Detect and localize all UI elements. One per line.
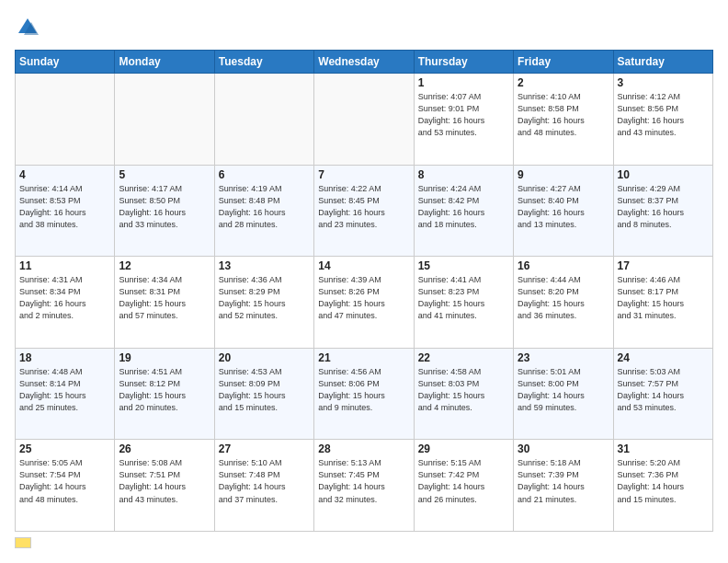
day-info: Sunrise: 4:07 AM Sunset: 9:01 PM Dayligh… [418, 91, 509, 139]
calendar-cell: 31Sunrise: 5:20 AM Sunset: 7:36 PM Dayli… [613, 440, 712, 532]
calendar-cell: 7Sunrise: 4:22 AM Sunset: 8:45 PM Daylig… [314, 165, 414, 257]
calendar-week-row: 18Sunrise: 4:48 AM Sunset: 8:14 PM Dayli… [16, 348, 713, 440]
weekday-header-row: SundayMondayTuesdayWednesdayThursdayFrid… [16, 51, 713, 74]
day-info: Sunrise: 5:15 AM Sunset: 7:42 PM Dayligh… [418, 457, 509, 505]
day-info: Sunrise: 4:27 AM Sunset: 8:40 PM Dayligh… [518, 183, 609, 231]
day-number: 8 [418, 168, 509, 181]
calendar-cell: 3Sunrise: 4:12 AM Sunset: 8:56 PM Daylig… [613, 74, 712, 166]
calendar-cell: 2Sunrise: 4:10 AM Sunset: 8:58 PM Daylig… [514, 74, 613, 166]
calendar-cell: 17Sunrise: 4:46 AM Sunset: 8:17 PM Dayli… [613, 257, 712, 349]
calendar-cell: 20Sunrise: 4:53 AM Sunset: 8:09 PM Dayli… [214, 348, 313, 440]
day-info: Sunrise: 4:46 AM Sunset: 8:17 PM Dayligh… [618, 274, 709, 322]
day-info: Sunrise: 4:31 AM Sunset: 8:34 PM Dayligh… [19, 274, 110, 322]
page: SundayMondayTuesdayWednesdayThursdayFrid… [0, 0, 728, 563]
day-number: 29 [418, 442, 509, 455]
calendar-cell [115, 74, 214, 166]
day-number: 14 [318, 259, 409, 272]
day-number: 10 [618, 168, 709, 181]
day-info: Sunrise: 4:58 AM Sunset: 8:03 PM Dayligh… [418, 366, 509, 414]
calendar-cell: 29Sunrise: 5:15 AM Sunset: 7:42 PM Dayli… [414, 440, 513, 532]
calendar-cell: 15Sunrise: 4:41 AM Sunset: 8:23 PM Dayli… [414, 257, 513, 349]
calendar-cell: 16Sunrise: 4:44 AM Sunset: 8:20 PM Dayli… [514, 257, 613, 349]
calendar-cell: 22Sunrise: 4:58 AM Sunset: 8:03 PM Dayli… [414, 348, 513, 440]
day-number: 13 [219, 259, 310, 272]
day-info: Sunrise: 4:17 AM Sunset: 8:50 PM Dayligh… [119, 183, 210, 231]
calendar-table: SundayMondayTuesdayWednesdayThursdayFrid… [15, 50, 713, 532]
calendar-cell: 9Sunrise: 4:27 AM Sunset: 8:40 PM Daylig… [514, 165, 613, 257]
day-number: 30 [518, 442, 609, 455]
calendar-cell: 12Sunrise: 4:34 AM Sunset: 8:31 PM Dayli… [115, 257, 214, 349]
day-info: Sunrise: 5:08 AM Sunset: 7:51 PM Dayligh… [119, 457, 210, 505]
day-info: Sunrise: 5:13 AM Sunset: 7:45 PM Dayligh… [318, 457, 409, 505]
day-number: 23 [518, 351, 609, 364]
logo [15, 15, 44, 40]
weekday-header-friday: Friday [514, 51, 613, 74]
day-number: 27 [219, 442, 310, 455]
day-info: Sunrise: 4:19 AM Sunset: 8:48 PM Dayligh… [219, 183, 310, 231]
day-number: 17 [618, 259, 709, 272]
day-number: 1 [418, 76, 509, 89]
calendar-cell: 6Sunrise: 4:19 AM Sunset: 8:48 PM Daylig… [214, 165, 313, 257]
calendar-cell: 28Sunrise: 5:13 AM Sunset: 7:45 PM Dayli… [314, 440, 414, 532]
calendar-cell: 30Sunrise: 5:18 AM Sunset: 7:39 PM Dayli… [514, 440, 613, 532]
day-info: Sunrise: 4:51 AM Sunset: 8:12 PM Dayligh… [119, 366, 210, 414]
day-number: 3 [618, 76, 709, 89]
calendar-cell: 11Sunrise: 4:31 AM Sunset: 8:34 PM Dayli… [16, 257, 115, 349]
day-number: 5 [119, 168, 210, 181]
day-number: 6 [219, 168, 310, 181]
calendar-week-row: 25Sunrise: 5:05 AM Sunset: 7:54 PM Dayli… [16, 440, 713, 532]
calendar-cell [16, 74, 115, 166]
calendar-week-row: 4Sunrise: 4:14 AM Sunset: 8:53 PM Daylig… [16, 165, 713, 257]
calendar-cell: 10Sunrise: 4:29 AM Sunset: 8:37 PM Dayli… [613, 165, 712, 257]
day-info: Sunrise: 4:34 AM Sunset: 8:31 PM Dayligh… [119, 274, 210, 322]
day-number: 16 [518, 259, 609, 272]
day-number: 26 [119, 442, 210, 455]
weekday-header-tuesday: Tuesday [214, 51, 313, 74]
logo-icon [15, 15, 40, 40]
header [15, 15, 713, 40]
day-info: Sunrise: 5:18 AM Sunset: 7:39 PM Dayligh… [518, 457, 609, 505]
day-info: Sunrise: 5:01 AM Sunset: 8:00 PM Dayligh… [518, 366, 609, 414]
day-info: Sunrise: 4:24 AM Sunset: 8:42 PM Dayligh… [418, 183, 509, 231]
day-number: 19 [119, 351, 210, 364]
calendar-cell: 13Sunrise: 4:36 AM Sunset: 8:29 PM Dayli… [214, 257, 313, 349]
day-info: Sunrise: 4:29 AM Sunset: 8:37 PM Dayligh… [618, 183, 709, 231]
calendar-cell: 24Sunrise: 5:03 AM Sunset: 7:57 PM Dayli… [613, 348, 712, 440]
day-number: 25 [19, 442, 110, 455]
weekday-header-wednesday: Wednesday [314, 51, 414, 74]
calendar-cell: 1Sunrise: 4:07 AM Sunset: 9:01 PM Daylig… [414, 74, 513, 166]
day-number: 4 [19, 168, 110, 181]
calendar-cell: 18Sunrise: 4:48 AM Sunset: 8:14 PM Dayli… [16, 348, 115, 440]
day-info: Sunrise: 4:56 AM Sunset: 8:06 PM Dayligh… [318, 366, 409, 414]
calendar-cell: 5Sunrise: 4:17 AM Sunset: 8:50 PM Daylig… [115, 165, 214, 257]
day-number: 24 [618, 351, 709, 364]
calendar-cell: 4Sunrise: 4:14 AM Sunset: 8:53 PM Daylig… [16, 165, 115, 257]
day-info: Sunrise: 4:44 AM Sunset: 8:20 PM Dayligh… [518, 274, 609, 322]
weekday-header-sunday: Sunday [16, 51, 115, 74]
day-number: 9 [518, 168, 609, 181]
day-number: 28 [318, 442, 409, 455]
day-info: Sunrise: 4:39 AM Sunset: 8:26 PM Dayligh… [318, 274, 409, 322]
weekday-header-monday: Monday [115, 51, 214, 74]
calendar-cell [314, 74, 414, 166]
day-info: Sunrise: 4:22 AM Sunset: 8:45 PM Dayligh… [318, 183, 409, 231]
day-info: Sunrise: 4:53 AM Sunset: 8:09 PM Dayligh… [219, 366, 310, 414]
day-number: 31 [618, 442, 709, 455]
calendar-cell: 21Sunrise: 4:56 AM Sunset: 8:06 PM Dayli… [314, 348, 414, 440]
day-number: 22 [418, 351, 509, 364]
day-info: Sunrise: 5:03 AM Sunset: 7:57 PM Dayligh… [618, 366, 709, 414]
calendar-cell: 27Sunrise: 5:10 AM Sunset: 7:48 PM Dayli… [214, 440, 313, 532]
calendar-cell: 23Sunrise: 5:01 AM Sunset: 8:00 PM Dayli… [514, 348, 613, 440]
day-number: 7 [318, 168, 409, 181]
day-info: Sunrise: 4:36 AM Sunset: 8:29 PM Dayligh… [219, 274, 310, 322]
calendar-cell: 26Sunrise: 5:08 AM Sunset: 7:51 PM Dayli… [115, 440, 214, 532]
weekday-header-thursday: Thursday [414, 51, 513, 74]
day-info: Sunrise: 5:20 AM Sunset: 7:36 PM Dayligh… [618, 457, 709, 505]
calendar-cell [214, 74, 313, 166]
day-info: Sunrise: 5:10 AM Sunset: 7:48 PM Dayligh… [219, 457, 310, 505]
day-info: Sunrise: 4:14 AM Sunset: 8:53 PM Dayligh… [19, 183, 110, 231]
calendar-cell: 14Sunrise: 4:39 AM Sunset: 8:26 PM Dayli… [314, 257, 414, 349]
calendar-week-row: 11Sunrise: 4:31 AM Sunset: 8:34 PM Dayli… [16, 257, 713, 349]
weekday-header-saturday: Saturday [613, 51, 712, 74]
day-number: 18 [19, 351, 110, 364]
